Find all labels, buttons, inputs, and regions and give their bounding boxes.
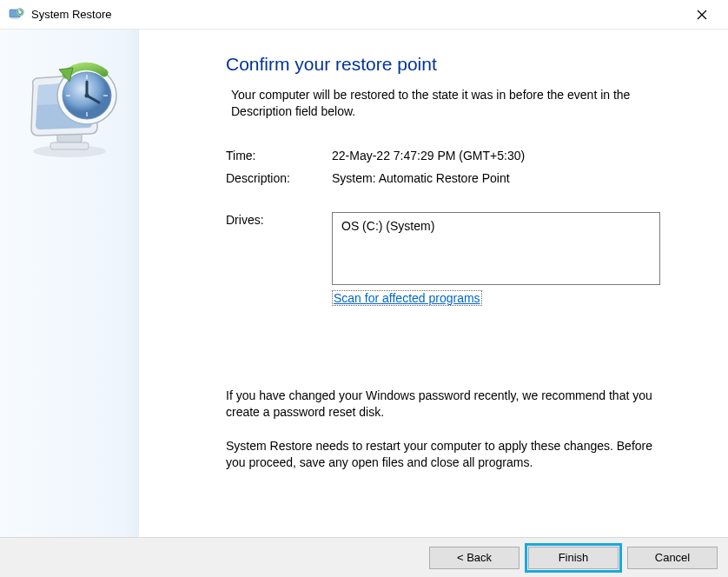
time-value: 22-May-22 7:47:29 PM (GMT+5:30) [332, 148, 667, 163]
description-value: System: Automatic Restore Point [332, 170, 667, 186]
svg-rect-1 [11, 17, 18, 19]
info-table: Time: 22-May-22 7:47:29 PM (GMT+5:30) De… [226, 148, 667, 307]
drive-item[interactable]: OS (C:) (System) [341, 218, 651, 234]
finish-button[interactable]: Finish [528, 547, 619, 569]
scan-link-container: Scan for affected programs [332, 290, 667, 306]
description-label: Description: [226, 170, 332, 186]
restart-note: System Restore needs to restart your com… [226, 438, 667, 471]
drives-row: Drives: OS (C:) (System) [226, 212, 667, 285]
page-subtext: Your computer will be restored to the st… [226, 87, 667, 120]
drives-label: Drives: [226, 212, 332, 228]
close-button[interactable] [685, 3, 719, 27]
content-area: Confirm your restore point Your computer… [139, 30, 728, 542]
svg-point-17 [85, 94, 89, 98]
footer: < Back Finish Cancel [0, 537, 728, 577]
page-heading: Confirm your restore point [226, 54, 667, 75]
drives-listbox[interactable]: OS (C:) (System) [332, 212, 660, 285]
body-area: Confirm your restore point Your computer… [0, 30, 728, 542]
restore-wizard-icon [17, 54, 122, 166]
notes: If you have changed your Windows passwor… [226, 388, 667, 471]
svg-rect-8 [50, 143, 89, 149]
window-title: System Restore [31, 8, 111, 21]
cancel-button[interactable]: Cancel [627, 547, 718, 569]
back-button[interactable]: < Back [429, 547, 520, 569]
system-restore-icon [9, 7, 24, 23]
description-row: Description: System: Automatic Restore P… [226, 170, 667, 186]
password-note: If you have changed your Windows passwor… [226, 388, 667, 421]
time-label: Time: [226, 148, 332, 163]
titlebar: System Restore [0, 0, 728, 30]
time-row: Time: 22-May-22 7:47:29 PM (GMT+5:30) [226, 148, 667, 163]
sidebar [0, 30, 139, 542]
scan-affected-programs-link[interactable]: Scan for affected programs [332, 290, 482, 306]
